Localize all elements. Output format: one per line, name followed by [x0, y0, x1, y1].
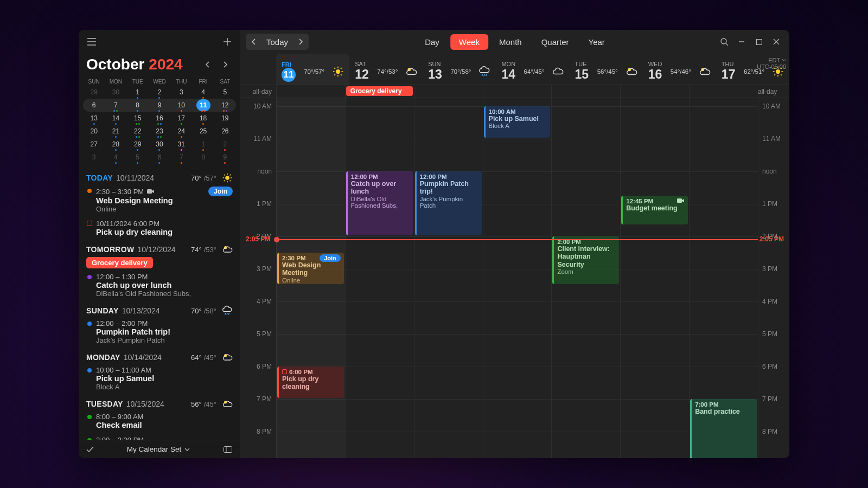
mini-day[interactable]: 23: [149, 125, 170, 138]
day-abbr: TUE: [575, 61, 589, 67]
task-checkbox-icon[interactable]: [87, 221, 92, 226]
mini-day[interactable]: 6: [83, 99, 105, 112]
agenda-event[interactable]: 12:00 – 1:30 PMCatch up over lunchDiBell…: [79, 271, 240, 302]
mini-day[interactable]: 2: [214, 138, 236, 151]
mini-day[interactable]: 22: [127, 125, 149, 138]
allday-slot[interactable]: [689, 85, 758, 98]
mini-day[interactable]: 11: [192, 99, 214, 112]
close-button[interactable]: [769, 34, 784, 49]
mini-day[interactable]: 7: [105, 99, 126, 112]
tab-quarter[interactable]: Quarter: [533, 34, 578, 50]
mini-day[interactable]: 7: [170, 151, 192, 164]
maximize-button[interactable]: [751, 34, 767, 49]
mini-day[interactable]: 16: [149, 112, 170, 125]
calendar-event[interactable]: 2:00 PMClient interview: Hauptman Securi…: [552, 236, 619, 284]
agenda-event[interactable]: 8:00 – 9:00 AMCheck email: [79, 410, 240, 434]
mini-day[interactable]: 26: [214, 125, 236, 138]
allday-slot[interactable]: [414, 85, 483, 98]
check-icon[interactable]: [85, 442, 95, 457]
add-event-button[interactable]: [220, 34, 235, 49]
allday-slot[interactable]: [483, 85, 552, 98]
prev-month-button[interactable]: [200, 57, 215, 72]
calendar-event[interactable]: 10:00 AMPick up SamuelBlock A: [484, 106, 551, 138]
day-header[interactable]: SUN1370°/58°: [423, 54, 496, 85]
day-header[interactable]: SAT1274°/53°: [349, 54, 423, 85]
calendar-set-picker[interactable]: My Calendar Set: [127, 445, 190, 453]
menu-icon[interactable]: [84, 34, 99, 49]
mini-day[interactable]: 9: [149, 99, 170, 112]
week-grid[interactable]: 10 AM11 AMnoon1 PM2 PM3 PM4 PM5 PM6 PM7 …: [240, 98, 789, 458]
calendar-event[interactable]: Join2:30 PMWeb Design MeetingOnline: [277, 253, 344, 284]
hour-label: 6 PM: [257, 363, 272, 370]
join-button[interactable]: Join: [320, 254, 341, 262]
mini-day[interactable]: 29: [83, 86, 105, 99]
mini-day[interactable]: 21: [105, 125, 126, 138]
day-header[interactable]: TUE1556°/45°: [570, 54, 643, 85]
mini-day[interactable]: 29: [127, 138, 149, 151]
allday-slot[interactable]: [276, 85, 345, 98]
calendar-event[interactable]: 7:00 PMBand practice: [690, 399, 757, 458]
agenda-event[interactable]: 10:00 – 11:00 AMPick up SamuelBlock A: [79, 364, 240, 395]
mini-day[interactable]: 12: [214, 99, 236, 112]
tab-year[interactable]: Year: [580, 34, 614, 50]
join-button[interactable]: Join: [208, 187, 233, 196]
event-grid[interactable]: Join2:30 PMWeb Design MeetingOnline6:00 …: [276, 98, 758, 458]
agenda-allday-pill[interactable]: Grocery delivery: [86, 257, 153, 268]
mini-day[interactable]: 31: [170, 138, 192, 151]
agenda-event[interactable]: 2:30 – 3:30 PM JoinWeb Design MeetingOnl…: [79, 184, 240, 217]
mini-day[interactable]: 19: [214, 112, 236, 125]
mini-day[interactable]: 10: [170, 99, 192, 112]
day-header[interactable]: MON1464°/45°: [496, 54, 569, 85]
tab-month[interactable]: Month: [490, 34, 531, 50]
mini-day[interactable]: 8: [127, 99, 149, 112]
allday-slot[interactable]: [551, 85, 620, 98]
mini-day[interactable]: 8: [192, 151, 214, 164]
agenda-list[interactable]: TODAY10/11/202470°/57°2:30 – 3:30 PM Joi…: [79, 167, 240, 440]
mini-day[interactable]: 20: [83, 125, 105, 138]
mini-day[interactable]: 5: [127, 151, 149, 164]
next-period-button[interactable]: [293, 35, 308, 49]
mini-day[interactable]: 14: [105, 112, 126, 125]
tab-week[interactable]: Week: [450, 34, 488, 50]
mini-day[interactable]: 28: [105, 138, 126, 151]
mini-day[interactable]: 24: [170, 125, 192, 138]
mini-day[interactable]: 5: [214, 86, 236, 99]
calendar-event[interactable]: 6:00 PMPick up dry cleaning: [277, 367, 344, 398]
mini-day[interactable]: 4: [192, 86, 214, 99]
calendar-event[interactable]: 12:45 PMBudget meeting: [621, 196, 688, 224]
mini-day[interactable]: 6: [149, 151, 170, 164]
allday-slot[interactable]: [620, 85, 689, 98]
mini-day[interactable]: 9: [214, 151, 236, 164]
calendar-event[interactable]: 12:00 PMCatch up over lunchDiBella's Old…: [346, 171, 413, 235]
mini-day[interactable]: 1: [127, 86, 149, 99]
task-checkbox-icon[interactable]: [282, 369, 287, 374]
panel-toggle-icon[interactable]: [222, 442, 234, 457]
mini-day[interactable]: 27: [83, 138, 105, 151]
mini-day[interactable]: 17: [170, 112, 192, 125]
next-month-button[interactable]: [218, 57, 233, 72]
mini-day[interactable]: 13: [83, 112, 105, 125]
mini-day[interactable]: 4: [105, 151, 126, 164]
agenda-event[interactable]: 2:00 – 3:30 PMClient interview: Hauptman…: [79, 434, 240, 440]
mini-day[interactable]: 30: [149, 138, 170, 151]
mini-day[interactable]: 15: [127, 112, 149, 125]
day-header[interactable]: THU1762°/51°: [716, 54, 789, 85]
today-button[interactable]: Today: [261, 37, 293, 47]
allday-event[interactable]: Grocery delivery: [346, 86, 413, 96]
calendar-event[interactable]: 12:00 PMPumpkin Patch trip!Jack's Pumpki…: [415, 171, 482, 235]
day-header[interactable]: FRI1170°/57°: [276, 54, 349, 85]
search-icon[interactable]: [717, 34, 732, 49]
mini-day[interactable]: 3: [83, 151, 105, 164]
agenda-event[interactable]: 12:00 – 2:00 PMPumpkin Patch trip!Jack's…: [79, 317, 240, 349]
minimize-button[interactable]: [734, 34, 749, 49]
prev-period-button[interactable]: [247, 35, 261, 49]
mini-day[interactable]: 2: [149, 86, 170, 99]
day-header[interactable]: WED1654°/46°: [643, 54, 716, 85]
mini-day[interactable]: 18: [192, 112, 214, 125]
mini-day[interactable]: 30: [105, 86, 126, 99]
mini-day[interactable]: 3: [170, 86, 192, 99]
mini-day[interactable]: 25: [192, 125, 214, 138]
agenda-event[interactable]: 10/11/2024 6:00 PMPick up dry cleaning: [79, 217, 240, 241]
mini-day[interactable]: 1: [192, 138, 214, 151]
tab-day[interactable]: Day: [416, 34, 448, 50]
